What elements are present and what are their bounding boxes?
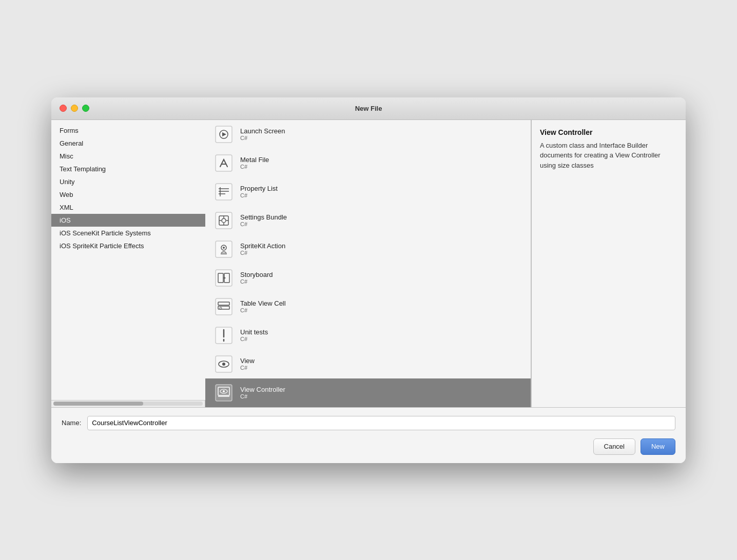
sidebar-item-general[interactable]: General	[51, 137, 205, 150]
middle-panel-wrapper: Launch ScreenC# Metal FileC# Property Li…	[205, 120, 532, 407]
spritekit-action-type: C#	[240, 250, 285, 256]
description-title: View Controller	[540, 128, 677, 136]
file-list: Launch ScreenC# Metal FileC# Property Li…	[205, 120, 531, 407]
view-controller-name: View Controller	[240, 386, 285, 393]
new-button[interactable]: New	[641, 438, 675, 455]
file-item-launch-screen[interactable]: Launch ScreenC#	[205, 120, 531, 149]
launch-screen-type: C#	[240, 135, 285, 141]
svg-rect-4	[216, 184, 232, 200]
property-list-type: C#	[240, 192, 278, 198]
file-item-unit-tests[interactable]: Unit testsC#	[205, 321, 531, 350]
name-row: Name:	[62, 416, 675, 430]
metal-file-name: Metal File	[240, 156, 269, 164]
minimize-button[interactable]	[71, 105, 78, 112]
svg-rect-9	[216, 212, 232, 229]
table-view-cell-name: Table View Cell	[240, 299, 286, 307]
description-text: A custom class and Interface Builder doc…	[540, 141, 677, 171]
sidebar-item-web[interactable]: Web	[51, 188, 205, 201]
view-controller-type: C#	[240, 393, 285, 399]
category-list: FormsGeneralMiscText TemplatingUnityWebX…	[51, 120, 205, 400]
launch-screen-name: Launch Screen	[240, 127, 285, 135]
traffic-lights	[60, 105, 89, 112]
cancel-button[interactable]: Cancel	[593, 438, 635, 455]
unit-tests-icon	[214, 325, 234, 346]
svg-rect-3	[216, 155, 232, 171]
left-scrollbar[interactable]	[51, 400, 205, 407]
sidebar-item-ios-scenekit[interactable]: iOS SceneKit Particle Systems	[51, 227, 205, 239]
view-controller-icon	[214, 383, 234, 403]
sidebar-item-ios-spritekit[interactable]: iOS SpriteKit Particle Effects	[51, 239, 205, 252]
name-input[interactable]	[87, 416, 675, 430]
close-button[interactable]	[60, 105, 67, 112]
window-title: New File	[355, 105, 382, 112]
svg-point-18	[223, 247, 225, 249]
file-item-settings-bundle[interactable]: Settings BundleC#	[205, 206, 531, 235]
spritekit-action-icon	[214, 239, 234, 259]
sidebar-item-xml[interactable]: XML	[51, 201, 205, 214]
svg-point-36	[223, 390, 225, 392]
bottom-area: Name: Cancel New	[51, 408, 686, 463]
sidebar-item-misc[interactable]: Misc	[51, 150, 205, 163]
sidebar-item-forms[interactable]: Forms	[51, 124, 205, 137]
metal-file-type: C#	[240, 164, 269, 170]
svg-point-32	[222, 363, 225, 366]
sidebar-item-unity[interactable]: Unity	[51, 175, 205, 188]
spritekit-action-name: SpriteKit Action	[240, 242, 285, 250]
sidebar-item-ios[interactable]: iOS	[51, 214, 205, 227]
file-item-metal-file[interactable]: Metal FileC#	[205, 149, 531, 177]
view-icon	[214, 354, 234, 374]
table-view-cell-icon	[214, 296, 234, 317]
left-panel-wrapper: FormsGeneralMiscText TemplatingUnityWebX…	[51, 120, 205, 407]
content-area: FormsGeneralMiscText TemplatingUnityWebX…	[51, 120, 686, 463]
svg-rect-16	[216, 241, 232, 257]
view-name: View	[240, 357, 255, 365]
sidebar-item-text-templating[interactable]: Text Templating	[51, 163, 205, 175]
storyboard-name: Storyboard	[240, 271, 273, 278]
launch-screen-icon	[214, 124, 234, 145]
titlebar: New File	[51, 97, 686, 120]
scrollbar-track	[53, 402, 203, 406]
property-list-name: Property List	[240, 185, 278, 192]
name-label: Name:	[62, 419, 81, 427]
storyboard-type: C#	[240, 278, 273, 285]
maximize-button[interactable]	[82, 105, 89, 112]
metal-file-icon	[214, 153, 234, 173]
settings-bundle-icon	[214, 210, 234, 231]
view-type: C#	[240, 365, 255, 371]
file-item-view[interactable]: ViewC#	[205, 350, 531, 378]
new-file-dialog: New File FormsGeneralMiscText Templating…	[51, 97, 686, 463]
file-item-spritekit-action[interactable]: SpriteKit ActionC#	[205, 235, 531, 264]
right-panel: View Controller A custom class and Inter…	[532, 120, 686, 407]
unit-tests-type: C#	[240, 336, 268, 342]
settings-bundle-type: C#	[240, 221, 287, 227]
panels: FormsGeneralMiscText TemplatingUnityWebX…	[51, 120, 686, 408]
file-item-view-controller[interactable]: View ControllerC#	[205, 378, 531, 407]
file-item-property-list[interactable]: Property ListC#	[205, 177, 531, 206]
settings-bundle-name: Settings Bundle	[240, 213, 287, 221]
file-item-table-view-cell[interactable]: Table View CellC#	[205, 292, 531, 321]
property-list-icon	[214, 182, 234, 202]
unit-tests-name: Unit tests	[240, 328, 268, 336]
scrollbar-thumb	[53, 402, 143, 406]
file-item-storyboard[interactable]: StoryboardC#	[205, 264, 531, 292]
button-row: Cancel New	[62, 438, 675, 455]
table-view-cell-type: C#	[240, 307, 286, 313]
storyboard-icon	[214, 268, 234, 288]
